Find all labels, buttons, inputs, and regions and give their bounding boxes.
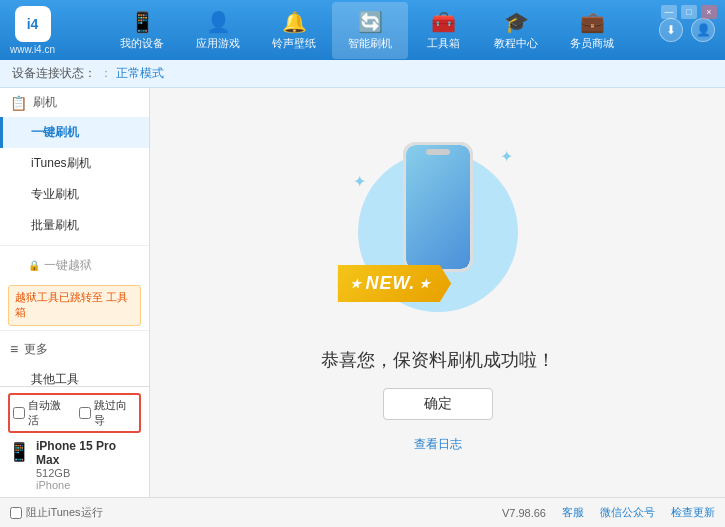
skip-guide-label: 跳过向导 [94,398,137,428]
window-controls: — □ × [661,5,717,19]
phone-screen [406,145,470,269]
nav-item-apps-games[interactable]: 👤 应用游戏 [180,2,256,59]
auto-activate-option[interactable]: 自动激活 [13,398,71,428]
sparkle-1-icon: ✦ [500,147,513,166]
sidebar-divider-1 [0,245,149,246]
nav-label-apps-games: 应用游戏 [196,36,240,51]
subnav-sep: ： [100,65,112,82]
sidebar-item-pro-flash[interactable]: 专业刷机 [0,179,149,210]
logo-symbol: i4 [27,16,39,32]
one-key-flash-label: 一键刷机 [31,125,79,139]
close-button[interactable]: × [701,5,717,19]
sidebar-section-jailbreak: 🔒 一键越狱 [0,250,149,281]
nav-item-toolbox[interactable]: 🧰 工具箱 [408,2,478,59]
logo-text: www.i4.cn [10,44,55,55]
device-details: iPhone 15 Pro Max 512GB iPhone [36,439,141,491]
log-link[interactable]: 查看日志 [414,436,462,453]
pro-flash-label: 专业刷机 [31,187,79,201]
my-device-icon: 📱 [130,10,155,34]
device-phone-icon: 📱 [8,441,30,463]
download-button[interactable]: ⬇ [659,18,683,42]
sparkle-2-icon: ✦ [353,172,366,191]
user-button[interactable]: 👤 [691,18,715,42]
minimize-button[interactable]: — [661,5,677,19]
logo: i4 www.i4.cn [10,6,55,55]
skip-guide-checkbox[interactable] [79,407,91,419]
jailbreak-label: 一键越狱 [44,257,92,274]
flash-section-icon: 📋 [10,95,27,111]
itunes-flash-label: iTunes刷机 [31,156,91,170]
confirm-button[interactable]: 确定 [383,388,493,420]
subnav-status[interactable]: 正常模式 [116,65,164,82]
tutorials-icon: 🎓 [504,10,529,34]
main-content: ✦ ✦ ★ NEW. ★ [150,88,725,497]
phone-notch [426,149,450,155]
star-icon-right: ★ [419,277,431,291]
phone-illustration: ✦ ✦ ★ NEW. ★ [348,132,528,332]
nav-label-tutorials: 教程中心 [494,36,538,51]
sidebar-section-flash[interactable]: 📋 刷机 [0,88,149,117]
sidebar-notice-text: 越狱工具已跳转至 工具箱 [15,291,128,318]
auto-activate-checkbox[interactable] [13,407,25,419]
device-panel: 自动激活 跳过向导 📱 iPhone 15 Pro Max 512GB iPho… [0,386,150,497]
nav-item-my-device[interactable]: 📱 我的设备 [104,2,180,59]
wechat-link[interactable]: 微信公众号 [600,505,655,520]
batch-flash-label: 批量刷机 [31,218,79,232]
device-name: iPhone 15 Pro Max [36,439,141,467]
bottombar: 阻止iTunes运行 V7.98.66 客服 微信公众号 检查更新 [0,497,725,527]
merchant-icon: 💼 [580,10,605,34]
device-options-row: 自动激活 跳过向导 [8,393,141,433]
sidebar-notice: 越狱工具已跳转至 工具箱 [8,285,141,326]
device-type: iPhone [36,479,141,491]
flash-section-label: 刷机 [33,94,57,111]
nav-label-toolbox: 工具箱 [427,36,460,51]
phone-image [403,142,473,272]
sidebar-item-one-key-flash[interactable]: 一键刷机 [0,117,149,148]
success-box: ✦ ✦ ★ NEW. ★ [321,132,555,453]
more-section-icon: ≡ [10,341,18,357]
maximize-button[interactable]: □ [681,5,697,19]
subnav-prefix: 设备连接状态： [12,65,96,82]
bottom-version-area: V7.98.66 客服 微信公众号 检查更新 [502,505,715,520]
stop-itunes-label: 阻止iTunes运行 [26,505,103,520]
nav-item-tutorials[interactable]: 🎓 教程中心 [478,2,554,59]
check-update-link[interactable]: 检查更新 [671,505,715,520]
topbar-right: ⬇ 👤 [659,18,715,42]
apps-games-icon: 👤 [206,10,231,34]
lock-icon: 🔒 [28,260,40,271]
customer-service-link[interactable]: 客服 [562,505,584,520]
sidebar-item-batch-flash[interactable]: 批量刷机 [0,210,149,241]
logo-icon: i4 [15,6,51,42]
phone-body [403,142,473,272]
nav-label-merchant: 务员商城 [570,36,614,51]
topbar: i4 www.i4.cn 📱 我的设备 👤 应用游戏 🔔 铃声壁纸 🔄 智能刷机 [0,0,725,60]
nav-items: 📱 我的设备 👤 应用游戏 🔔 铃声壁纸 🔄 智能刷机 🧰 工具箱 🎓 [75,2,659,59]
stop-itunes-option[interactable]: 阻止iTunes运行 [10,505,103,520]
sidebar-divider-2 [0,330,149,331]
ringtones-icon: 🔔 [282,10,307,34]
new-badge-text: NEW. [366,273,416,294]
nav-label-ringtones: 铃声壁纸 [272,36,316,51]
subnav: 设备连接状态： ： 正常模式 [0,60,725,88]
nav-item-ringtones[interactable]: 🔔 铃声壁纸 [256,2,332,59]
new-banner: ★ NEW. ★ [338,265,452,302]
version-text: V7.98.66 [502,507,546,519]
smart-flash-icon: 🔄 [358,10,383,34]
device-info: 📱 iPhone 15 Pro Max 512GB iPhone [8,439,141,491]
star-icon-left: ★ [350,277,362,291]
skip-guide-option[interactable]: 跳过向导 [79,398,137,428]
nav-label-my-device: 我的设备 [120,36,164,51]
nav-item-merchant[interactable]: 💼 务员商城 [554,2,630,59]
new-ribbon: ★ NEW. ★ [338,265,452,302]
sidebar-item-itunes-flash[interactable]: iTunes刷机 [0,148,149,179]
stop-itunes-checkbox[interactable] [10,507,22,519]
toolbox-icon: 🧰 [431,10,456,34]
device-storage: 512GB [36,467,141,479]
nav-item-smart-flash[interactable]: 🔄 智能刷机 [332,2,408,59]
more-section-label: 更多 [24,341,48,358]
sidebar-section-more[interactable]: ≡ 更多 [0,335,149,364]
other-tools-label: 其他工具 [31,372,79,386]
auto-activate-label: 自动激活 [28,398,71,428]
success-text: 恭喜您，保资料刷机成功啦！ [321,348,555,372]
nav-label-smart-flash: 智能刷机 [348,36,392,51]
